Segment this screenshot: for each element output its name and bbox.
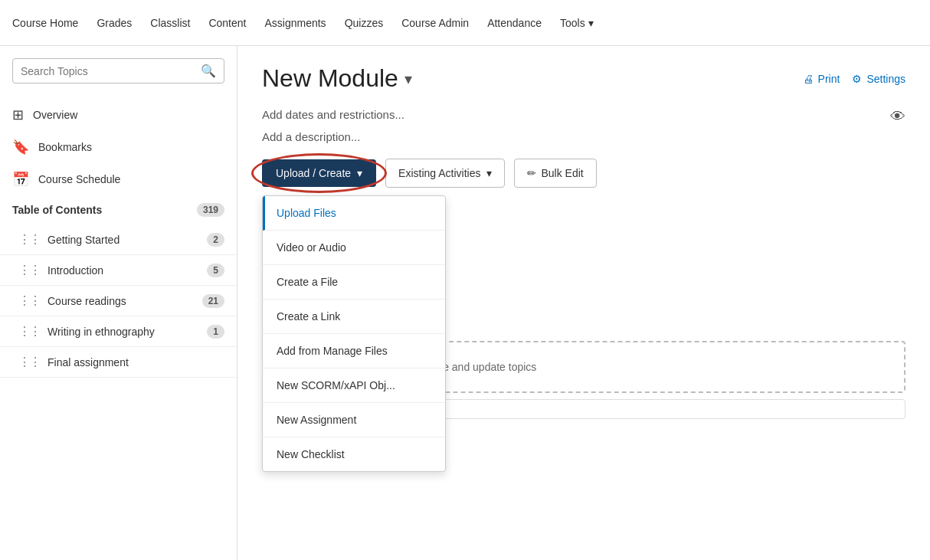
toc-item-getting-started[interactable]: ⋮⋮ Getting Started 2 [0,224,237,255]
sidebar-item-schedule[interactable]: 📅 Course Schedule [0,163,237,195]
toc-item-label: Writing in ethnography [47,326,155,338]
search-input[interactable] [21,65,201,77]
edit-icon: ✏ [527,167,536,179]
dropdown-item-scorm[interactable]: New SCORM/xAPI Obj... [263,368,445,403]
dropdown-item-new-checklist[interactable]: New Checklist [263,437,445,471]
drag-icon: ⋮⋮ [18,324,40,339]
toc-item-course-readings[interactable]: ⋮⋮ Course readings 21 [0,286,237,316]
nav-classlist[interactable]: Classlist [150,17,190,29]
toolbar-row: Upload / Create ▾ Existing Activities ▾ … [262,159,905,188]
nav-content[interactable]: Content [208,17,246,29]
module-title-area: New Module ▾ [262,64,412,93]
dropdown-item-create-link[interactable]: Create a Link [263,300,445,334]
toc-item-count: 21 [202,294,224,308]
sidebar-item-bookmarks[interactable]: 🔖 Bookmarks [0,131,237,163]
header-actions: 🖨 Print ⚙ Settings [803,73,905,85]
dropdown-item-upload-files[interactable]: Upload Files [263,196,445,231]
main-header: New Module ▾ 🖨 Print ⚙ Settings [262,64,905,93]
page-layout: 🔍 ⊞ Overview 🔖 Bookmarks 📅 Course Schedu… [0,46,930,560]
upload-create-button[interactable]: Upload / Create ▾ [262,159,376,187]
module-title-chevron[interactable]: ▾ [404,70,412,88]
search-icon: 🔍 [201,64,216,78]
chevron-down-icon: ▾ [357,167,362,179]
existing-activities-button[interactable]: Existing Activities ▾ [385,159,505,188]
visibility-icon[interactable]: 👁 [890,108,905,126]
dropdown-item-create-file[interactable]: Create a File [263,265,445,300]
overview-icon: ⊞ [12,106,24,123]
nav-tools[interactable]: Tools ▾ [560,17,594,29]
drag-icon: ⋮⋮ [18,355,40,369]
upload-create-wrapper: Upload / Create ▾ [262,159,376,187]
toc-item-count: 1 [207,325,224,339]
print-icon: 🖨 [803,73,814,85]
upload-create-dropdown: Upload Files Video or Audio Create a Fil… [262,195,446,472]
dropdown-item-video-audio[interactable]: Video or Audio [263,231,445,265]
search-box[interactable]: 🔍 [12,58,224,84]
add-description-link[interactable]: Add a description... [262,130,905,143]
drag-icon: ⋮⋮ [18,232,40,247]
toc-header: Table of Contents 319 [0,195,237,224]
nav-grades[interactable]: Grades [97,17,132,29]
toc-label: Table of Contents [12,204,102,216]
chevron-down-icon: ▾ [588,17,594,29]
main-content: New Module ▾ 🖨 Print ⚙ Settings Add date… [237,46,930,560]
gear-icon: ⚙ [852,73,862,85]
sidebar-item-label: Course Schedule [38,173,120,185]
toc-item-final[interactable]: ⋮⋮ Final assignment [0,347,237,378]
sidebar-item-label: Bookmarks [38,141,92,153]
sidebar-item-label: Overview [33,109,77,121]
toc-item-introduction[interactable]: ⋮⋮ Introduction 5 [0,255,237,286]
toc-item-writing[interactable]: ⋮⋮ Writing in ethnography 1 [0,316,237,347]
toc-item-label: Final assignment [47,356,129,368]
toc-count-badge: 319 [197,203,224,217]
toc-item-count: 5 [207,264,224,277]
toc-item-label: Getting Started [47,234,120,246]
print-button[interactable]: 🖨 Print [803,73,840,85]
drag-icon: ⋮⋮ [18,293,40,308]
module-title: New Module [262,64,398,93]
nav-assignments[interactable]: Assignments [264,17,326,29]
toc-item-label: Introduction [47,264,103,277]
top-navigation: Course Home Grades Classlist Content Ass… [0,0,930,46]
bookmark-icon: 🔖 [12,139,29,156]
chevron-down-icon: ▾ [486,167,492,179]
settings-button[interactable]: ⚙ Settings [852,73,905,85]
sidebar-item-overview[interactable]: ⊞ Overview [0,99,237,131]
dropdown-item-new-assignment[interactable]: New Assignment [263,403,445,437]
calendar-icon: 📅 [12,171,29,188]
toc-item-label: Course readings [47,295,126,307]
bulk-edit-button[interactable]: ✏ Bulk Edit [514,159,596,188]
dropdown-scroll: Upload Files Video or Audio Create a Fil… [263,196,445,471]
nav-course-home[interactable]: Course Home [12,17,78,29]
drag-icon: ⋮⋮ [18,263,40,277]
nav-attendance[interactable]: Attendance [487,17,542,29]
sidebar: 🔍 ⊞ Overview 🔖 Bookmarks 📅 Course Schedu… [0,46,237,560]
add-dates-link[interactable]: Add dates and restrictions... 👁 [262,108,905,121]
toc-item-count: 2 [207,233,224,247]
nav-quizzes[interactable]: Quizzes [345,17,384,29]
nav-course-admin[interactable]: Course Admin [401,17,469,29]
dropdown-item-manage-files[interactable]: Add from Manage Files [263,334,445,368]
